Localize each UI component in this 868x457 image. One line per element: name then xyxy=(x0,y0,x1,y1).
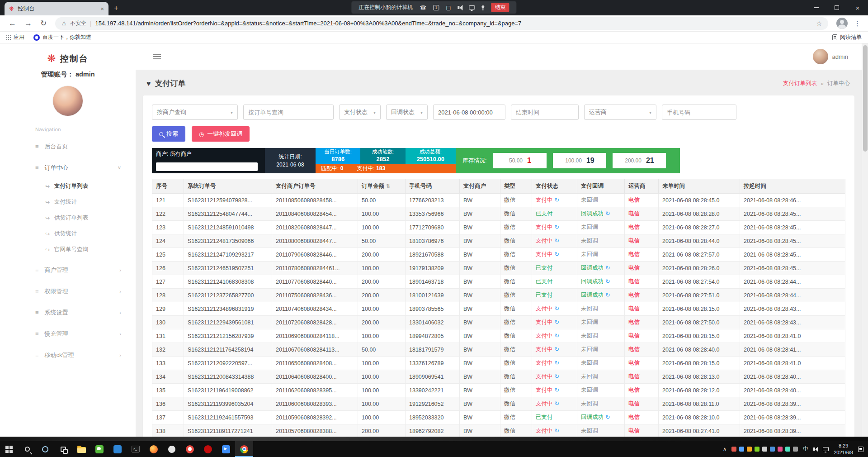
address-bar[interactable]: ⚠ 不安全 | 154.197.48.141/admin/order/listO… xyxy=(55,17,828,30)
browser-menu-icon[interactable]: ⋮ xyxy=(854,19,861,28)
refresh-icon[interactable]: ↻ xyxy=(605,292,610,298)
column-header[interactable]: 订单金额⇅ xyxy=(358,179,406,194)
network-icon[interactable] xyxy=(823,447,829,451)
bookmark-baidu[interactable]: 百度一下，你就知道 xyxy=(33,33,91,41)
refresh-icon[interactable]: ↻ xyxy=(555,360,559,366)
url-text[interactable]: 154.197.48.141/admin/order/listOrder?ord… xyxy=(95,20,812,27)
taskbar-potplayer-button[interactable] xyxy=(217,441,235,457)
tray-icon-1[interactable] xyxy=(731,447,736,452)
hidden-icons-expand[interactable]: ∧ xyxy=(723,446,726,452)
sidebar-item-slow-charge-management[interactable]: ≡慢充管理› xyxy=(0,323,136,344)
back-icon[interactable]: ← xyxy=(9,19,16,28)
resend-callback-button[interactable]: ◷ 一键补发回调 xyxy=(192,126,250,142)
display-icon[interactable] xyxy=(469,5,475,10)
refresh-icon[interactable]: ↻ xyxy=(555,346,559,352)
browser-tab[interactable]: ❋ 控制台 × xyxy=(5,2,108,15)
taskbar-file-explorer-button[interactable] xyxy=(72,441,90,457)
taskbar-chrome-button[interactable] xyxy=(235,441,253,457)
sidebar-subitem[interactable]: ↪支付订单列表 xyxy=(0,178,136,194)
sort-icon[interactable]: ⇅ xyxy=(386,183,390,189)
window-count-icon[interactable]: 1 xyxy=(433,5,439,10)
refresh-icon[interactable]: ↻ xyxy=(555,251,559,257)
sidebar-item-permission-management[interactable]: ≡权限管理› xyxy=(0,281,136,302)
input-method-indicator[interactable]: 中 xyxy=(803,445,808,453)
column-header[interactable]: 拉起时间 xyxy=(740,179,845,194)
column-header[interactable]: 支付商户订单号 xyxy=(272,179,358,194)
refresh-icon[interactable]: ↻ xyxy=(40,19,47,28)
taskbar-clock[interactable]: 8:29 2021/6/8 xyxy=(834,443,853,456)
merchant-quick-input[interactable] xyxy=(156,162,258,171)
fullscreen-icon[interactable]: ▢ xyxy=(446,5,451,11)
forward-icon[interactable]: → xyxy=(24,19,32,28)
refresh-icon[interactable]: ↻ xyxy=(555,387,559,393)
phone-icon[interactable]: ☎ xyxy=(420,5,426,11)
order-no-input[interactable] xyxy=(243,105,334,120)
sidebar-item-home[interactable]: ≡后台首页 xyxy=(0,136,136,157)
column-header[interactable]: 序号 xyxy=(152,179,184,194)
logo[interactable]: ❋ 控制台 xyxy=(0,43,136,65)
tab-close-icon[interactable]: × xyxy=(100,5,104,12)
tray-icon-3[interactable] xyxy=(747,447,752,452)
sidebar-subitem[interactable]: ↪官网单号查询 xyxy=(0,242,136,257)
sidebar-subitem[interactable]: ↪支付统计 xyxy=(0,194,136,210)
column-header[interactable]: 支付商户 xyxy=(460,179,500,194)
tray-icon-8[interactable] xyxy=(785,447,790,452)
refresh-icon[interactable]: ↻ xyxy=(555,197,559,203)
taskbar-cortana-button[interactable] xyxy=(36,441,54,457)
sidebar-item-merchant-management[interactable]: ≡商户管理› xyxy=(0,259,136,281)
refresh-icon[interactable]: ↻ xyxy=(605,278,610,285)
warning-icon[interactable]: ⚠ xyxy=(61,20,66,27)
refresh-icon[interactable]: ↻ xyxy=(605,265,610,271)
new-tab-button[interactable]: + xyxy=(114,4,118,13)
taskbar-terminal-button[interactable] xyxy=(127,441,145,457)
merchant-filter-select[interactable]: 按商户查询 ▾ xyxy=(152,105,238,120)
sidebar-subitem[interactable]: ↪供货订单列表 xyxy=(0,210,136,226)
breadcrumb-parent[interactable]: 订单中心 xyxy=(827,80,850,87)
sidebar-item-system-settings[interactable]: ≡系统设置› xyxy=(0,302,136,323)
column-header[interactable]: 系统订单号 xyxy=(184,179,272,194)
start-time-input[interactable] xyxy=(433,105,505,120)
user-avatar[interactable] xyxy=(53,86,83,116)
refresh-icon[interactable]: ↻ xyxy=(605,414,610,420)
column-header[interactable]: 支付状态 xyxy=(532,179,577,194)
column-header[interactable]: 来单时间 xyxy=(659,179,740,194)
volume-icon[interactable] xyxy=(813,447,818,451)
taskbar-netease-music-button[interactable] xyxy=(199,441,217,457)
refresh-icon[interactable]: ↻ xyxy=(555,238,559,244)
minimize-button[interactable] xyxy=(806,0,826,15)
taskbar-snipping-tool-button[interactable] xyxy=(108,441,127,457)
end-time-input[interactable] xyxy=(511,105,579,120)
bookmark-star-icon[interactable]: ☆ xyxy=(816,20,822,27)
tray-icon-5[interactable] xyxy=(762,447,767,452)
apps-shortcut[interactable]: 应用 xyxy=(6,33,24,41)
taskbar-firefox-button[interactable] xyxy=(145,441,163,457)
refresh-icon[interactable]: ↻ xyxy=(555,305,559,312)
sidebar-subitem[interactable]: ↪供货统计 xyxy=(0,226,136,242)
tray-icon-7[interactable] xyxy=(778,447,783,452)
refresh-icon[interactable]: ↻ xyxy=(555,333,559,339)
refresh-icon[interactable]: ↻ xyxy=(555,428,559,434)
column-header[interactable]: 类型 xyxy=(500,179,532,194)
tray-icon-9[interactable] xyxy=(793,447,798,452)
page-scrollbar[interactable] xyxy=(862,43,868,437)
operator-select[interactable]: 运营商 ▾ xyxy=(584,105,656,120)
reading-list-button[interactable]: 阅读清单 xyxy=(832,33,862,41)
sidebar-item-order-center[interactable]: ≡订单中心∨ xyxy=(0,157,136,178)
refresh-icon[interactable]: ↻ xyxy=(605,210,610,217)
tray-icon-6[interactable] xyxy=(770,447,775,452)
column-header[interactable]: 手机号码 xyxy=(406,179,460,194)
tray-icon-4[interactable] xyxy=(755,447,760,452)
search-button[interactable]: 搜索 xyxy=(152,126,185,142)
sidebar-item-mobile-ck-management[interactable]: ≡移动ck管理› xyxy=(0,344,136,366)
callback-status-select[interactable]: 回调状态 ▾ xyxy=(386,105,428,120)
end-control-button[interactable]: 结束 xyxy=(491,3,509,12)
breadcrumb-current[interactable]: 支付订单列表 xyxy=(783,80,817,87)
admin-menu[interactable]: admin xyxy=(813,49,848,64)
action-center-icon[interactable] xyxy=(858,447,863,452)
tray-icon-2[interactable] xyxy=(739,447,744,452)
taskbar-wechat-button[interactable] xyxy=(90,441,108,457)
column-header[interactable]: 运营商 xyxy=(625,179,659,194)
pin-icon[interactable] xyxy=(482,7,485,8)
speaker-icon[interactable] xyxy=(458,6,462,9)
taskbar-search-button[interactable] xyxy=(18,441,36,457)
